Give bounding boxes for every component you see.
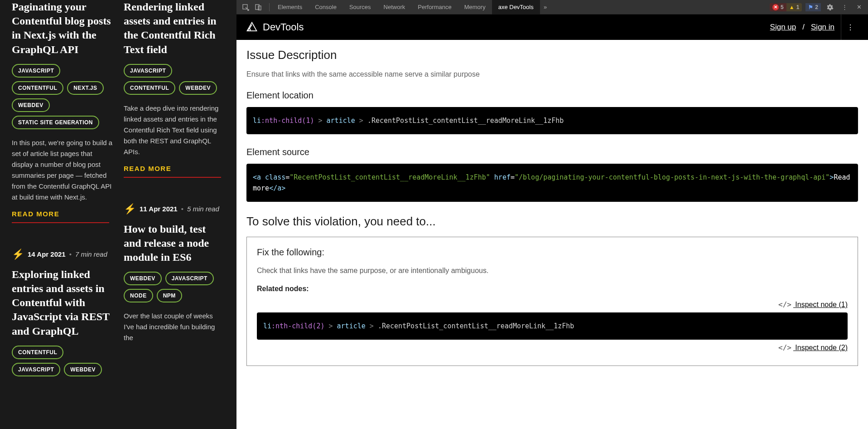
axe-logo[interactable]: DevTools — [246, 21, 304, 34]
tag[interactable]: JAVASCRIPT — [12, 64, 60, 78]
more-tabs-icon[interactable]: » — [540, 2, 551, 13]
tag[interactable]: CONTENTFUL — [124, 81, 175, 95]
tag[interactable]: STATIC SITE GENERATION — [12, 116, 99, 129]
tag[interactable]: JAVASCRIPT — [12, 363, 60, 376]
read-more-link[interactable]: READ MORE — [124, 165, 221, 178]
post-card: Rendering linked assets and entries in t… — [124, 0, 225, 385]
post-tags: JAVASCRIPT CONTENTFUL WEBDEV — [124, 64, 225, 95]
element-location-heading: Element location — [246, 90, 858, 101]
tab-axe-devtools[interactable]: axe DevTools — [492, 0, 540, 15]
inspect-node-link[interactable]: Inspect node (2) — [793, 344, 848, 351]
axe-kebab-menu-icon[interactable]: ⋮ — [841, 15, 859, 40]
element-source-heading: Element source — [246, 147, 858, 157]
blog-panel: Paginating your Contentful blog posts in… — [0, 0, 236, 429]
element-location-code[interactable]: li:nth-child(1) > article > .RecentPostL… — [246, 107, 858, 134]
post-excerpt: In this post, we're going to build a set… — [12, 137, 113, 203]
post-title[interactable]: Exploring linked entries and assets in C… — [12, 268, 113, 338]
read-time: 5 min read — [187, 205, 219, 213]
tab-console[interactable]: Console — [309, 0, 343, 15]
tab-elements[interactable]: Elements — [271, 0, 309, 15]
inspect-node-row: </> Inspect node (1) — [257, 300, 848, 309]
dot-separator: • — [181, 205, 183, 213]
tag[interactable]: JAVASCRIPT — [165, 272, 214, 285]
issues-badge[interactable]: ⚑2 — [805, 3, 821, 11]
tab-network[interactable]: Network — [377, 0, 412, 15]
auth-separator: / — [802, 23, 805, 32]
element-source-code[interactable]: <a class="RecentPostList_contentList__re… — [246, 164, 858, 202]
post-excerpt: Take a deep dive into rendering linked a… — [124, 103, 225, 157]
tag[interactable]: WEBDEV — [124, 272, 162, 285]
warning-count: 1 — [796, 4, 800, 10]
issue-description-heading: Issue Description — [246, 48, 858, 62]
dot-separator: • — [69, 250, 72, 258]
issue-description-text: Ensure that links with the same accessib… — [246, 70, 858, 78]
fix-text: Check that links have the same purpose, … — [257, 267, 848, 275]
posts-grid: Paginating your Contentful blog posts in… — [12, 0, 225, 385]
post-title[interactable]: How to build, test and release a node mo… — [124, 222, 225, 265]
bolt-icon: ⚡ — [124, 203, 136, 215]
axe-brand-text: DevTools — [263, 21, 304, 33]
fix-following-heading: Fix the following: — [257, 247, 848, 258]
tag[interactable]: NODE — [124, 289, 153, 302]
svg-point-3 — [248, 29, 251, 31]
post-meta: ⚡ 14 Apr 2021 • 7 min read — [12, 249, 113, 260]
post-excerpt: Over the last couple of weeks I've had i… — [124, 311, 225, 343]
tag[interactable]: WEBDEV — [179, 81, 217, 95]
sign-up-link[interactable]: Sign up — [770, 23, 796, 32]
svg-rect-1 — [256, 5, 259, 10]
fix-box: Fix the following: Check that links have… — [246, 237, 858, 366]
bolt-icon: ⚡ — [12, 249, 24, 260]
post-date: 11 Apr 2021 — [140, 205, 178, 213]
read-time: 7 min read — [75, 250, 107, 258]
axe-logo-icon — [246, 21, 258, 34]
axe-header: DevTools Sign up / Sign in ⋮ — [236, 15, 868, 40]
tag[interactable]: CONTENTFUL — [12, 346, 63, 359]
devtools-tabbar: Elements Console Sources Network Perform… — [236, 0, 868, 15]
inspect-node-link[interactable]: Inspect node (1) — [793, 301, 848, 308]
tab-sources[interactable]: Sources — [343, 0, 377, 15]
sign-in-link[interactable]: Sign in — [811, 23, 834, 32]
flag-count: 2 — [815, 4, 818, 10]
devtools-panel: Elements Console Sources Network Perform… — [236, 0, 868, 429]
tab-performance[interactable]: Performance — [411, 0, 458, 15]
tag[interactable]: WEBDEV — [64, 363, 102, 376]
post-title[interactable]: Paginating your Contentful blog posts in… — [12, 0, 113, 57]
device-toggle-icon[interactable] — [253, 2, 264, 13]
read-more-link[interactable]: READ MORE — [12, 210, 109, 223]
post-meta: ⚡ 11 Apr 2021 • 5 min read — [124, 203, 225, 215]
error-count: 5 — [781, 4, 784, 10]
post-title[interactable]: Rendering linked assets and entries in t… — [124, 0, 225, 57]
post-date: 14 Apr 2021 — [28, 250, 66, 258]
inspect-node-row: </> Inspect node (2) — [257, 343, 848, 352]
tag[interactable]: WEBDEV — [12, 98, 50, 112]
inspect-element-icon[interactable] — [240, 2, 251, 13]
solve-heading: To solve this violation, you need to... — [246, 214, 858, 229]
close-icon[interactable]: ✕ — [854, 2, 864, 13]
kebab-menu-icon[interactable]: ⋮ — [839, 2, 850, 13]
error-warning-badges[interactable]: ✕5 ▲1 — [770, 3, 802, 11]
axe-content: Issue Description Ensure that links with… — [236, 40, 868, 429]
code-icon: </> — [778, 300, 791, 309]
tag[interactable]: CONTENTFUL — [12, 81, 63, 95]
post-tags: WEBDEV JAVASCRIPT NODE NPM — [124, 272, 225, 302]
post-tags: CONTENTFUL JAVASCRIPT WEBDEV — [12, 346, 113, 376]
tag[interactable]: NEXT.JS — [67, 81, 103, 95]
code-icon: </> — [778, 343, 791, 352]
related-nodes-heading: Related nodes: — [257, 285, 848, 293]
related-node-code[interactable]: li:nth-child(2) > article > .RecentPostL… — [257, 312, 848, 340]
settings-gear-icon[interactable] — [825, 2, 835, 13]
post-card: Paginating your Contentful blog posts in… — [12, 0, 113, 385]
tag[interactable]: NPM — [157, 289, 182, 302]
tag[interactable]: JAVASCRIPT — [124, 64, 172, 78]
tab-memory[interactable]: Memory — [458, 0, 492, 15]
post-tags: JAVASCRIPT CONTENTFUL NEXT.JS WEBDEV STA… — [12, 64, 113, 129]
